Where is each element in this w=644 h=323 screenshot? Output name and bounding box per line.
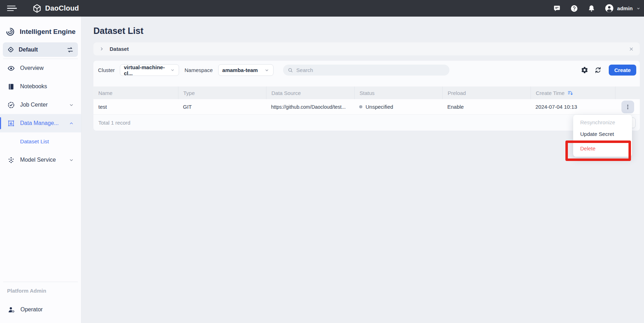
cell-type: GIT: [178, 99, 266, 114]
namespace-label: Namespace: [185, 67, 213, 73]
menu-icon[interactable]: [7, 5, 18, 12]
sidebar-item-data-manage[interactable]: Data Manage...: [0, 114, 81, 132]
sidebar-item-job-center[interactable]: Job Center: [0, 96, 81, 114]
bell-icon[interactable]: [588, 5, 595, 12]
sidebar-item-label: Operator: [20, 306, 43, 313]
sidebar-item-operator[interactable]: Operator: [0, 302, 81, 317]
search-icon: [288, 67, 293, 73]
sidebar: Intelligent Engine Default Overview: [0, 17, 81, 323]
row-context-menu: Resynchronize Update Secret Delete: [573, 115, 632, 157]
user-menu[interactable]: admin: [605, 4, 640, 13]
table-footer: Total 1 record / 1: [93, 115, 640, 131]
sidebar-item-label: Notebooks: [20, 83, 47, 90]
column-header-data-source: Data Source: [266, 86, 354, 99]
breadcrumb-label: Dataset: [110, 46, 129, 52]
menu-item-delete[interactable]: Delete: [573, 143, 632, 154]
sidebar-nav: Overview Notebooks Job Center: [0, 59, 81, 169]
sidebar-item-label: Model Service: [20, 157, 56, 163]
workspace-selector[interactable]: Default: [3, 42, 78, 57]
brand-name: DaoCloud: [45, 4, 79, 12]
app-window: DaoCloud admin: [0, 0, 644, 323]
notebook-icon: [7, 83, 15, 90]
total-records: Total 1 record: [98, 120, 130, 126]
column-header-type: Type: [178, 86, 266, 99]
operator-icon: [8, 306, 15, 313]
sidebar-item-notebooks[interactable]: Notebooks: [0, 77, 81, 96]
column-header-status: Status: [354, 86, 442, 99]
status-dot: [359, 105, 362, 108]
sidebar-item-label: Job Center: [20, 102, 48, 108]
cell-name: test: [93, 99, 178, 114]
sidebar-item-model-service[interactable]: Model Service: [0, 151, 81, 169]
cell-preload: Enable: [442, 99, 530, 114]
table-header: Name Type Data Source Status Preload Cre…: [93, 86, 640, 99]
workspace-icon: [7, 46, 14, 53]
caret-down-icon: [636, 6, 640, 11]
sidebar-section-label: Platform Admin: [7, 288, 46, 294]
switch-workspace-icon[interactable]: [67, 46, 74, 53]
chevron-down-icon: [69, 102, 74, 108]
help-icon[interactable]: [570, 5, 578, 12]
cluster-value: virtual-machine-cl...: [124, 64, 170, 76]
sidebar-item-dataset-list[interactable]: Dataset List: [0, 132, 81, 151]
eye-icon: [7, 65, 15, 72]
cell-create-time: 2024-07-04 10:13: [530, 99, 615, 114]
workspace-name: Default: [19, 47, 38, 53]
dataset-panel: Cluster virtual-machine-cl... Namespace …: [93, 61, 640, 131]
page-title: Dataset List: [93, 26, 143, 36]
intelligent-engine-icon: [6, 27, 15, 36]
chevron-down-icon: [264, 68, 269, 73]
chevron-down-icon: [170, 68, 175, 73]
daocloud-cube-icon: [32, 4, 42, 13]
table-row: test GIT https://github.com/Daocloud/tes…: [93, 99, 640, 115]
filter-bar: Cluster virtual-machine-cl... Namespace …: [93, 61, 640, 79]
brand-logo[interactable]: DaoCloud: [32, 4, 79, 13]
row-actions-button[interactable]: [621, 101, 634, 113]
cluster-select[interactable]: virtual-machine-cl...: [120, 64, 179, 76]
divider: [3, 282, 78, 282]
sidebar-item-label: Data Manage...: [20, 120, 59, 126]
chevron-down-icon: [69, 157, 74, 163]
topbar: DaoCloud admin: [0, 0, 644, 17]
refresh-icon[interactable]: [594, 66, 602, 74]
cell-status: Unspecified: [354, 99, 442, 114]
topbar-actions: admin: [553, 4, 644, 13]
column-header-preload: Preload: [442, 86, 530, 99]
model-service-icon: [7, 156, 15, 164]
status-text: Unspecified: [366, 104, 393, 110]
cell-data-source: https://github.com/Daocloud/test...: [266, 99, 354, 114]
sort-descending-icon[interactable]: [568, 90, 574, 96]
cluster-label: Cluster: [98, 67, 115, 73]
sidebar-item-label: Overview: [20, 65, 44, 71]
namespace-value: amamba-team: [222, 67, 258, 73]
breadcrumb[interactable]: Dataset: [93, 42, 640, 55]
product-header: Intelligent Engine: [6, 26, 77, 38]
menu-item-update-secret[interactable]: Update Secret: [573, 128, 632, 140]
job-center-icon: [7, 101, 15, 109]
close-icon[interactable]: [628, 46, 634, 52]
product-name: Intelligent Engine: [20, 28, 75, 36]
menu-item-resynchronize[interactable]: Resynchronize: [573, 116, 632, 128]
gear-icon[interactable]: [581, 66, 588, 74]
sidebar-item-overview[interactable]: Overview: [0, 59, 81, 77]
column-header-name: Name: [93, 86, 178, 99]
avatar-icon: [605, 4, 614, 13]
search-box: [283, 65, 449, 76]
column-header-actions: [615, 86, 640, 99]
chevron-up-icon: [69, 121, 74, 126]
data-manage-icon: [7, 120, 15, 127]
column-header-create-time: Create Time: [530, 86, 615, 99]
namespace-select[interactable]: amamba-team: [218, 64, 274, 76]
chevron-right-icon: [99, 46, 104, 52]
create-button[interactable]: Create: [609, 65, 636, 76]
sidebar-subitem-label: Dataset List: [20, 138, 49, 145]
user-name: admin: [617, 5, 633, 11]
chat-icon[interactable]: [553, 5, 561, 12]
search-input[interactable]: [296, 67, 445, 73]
